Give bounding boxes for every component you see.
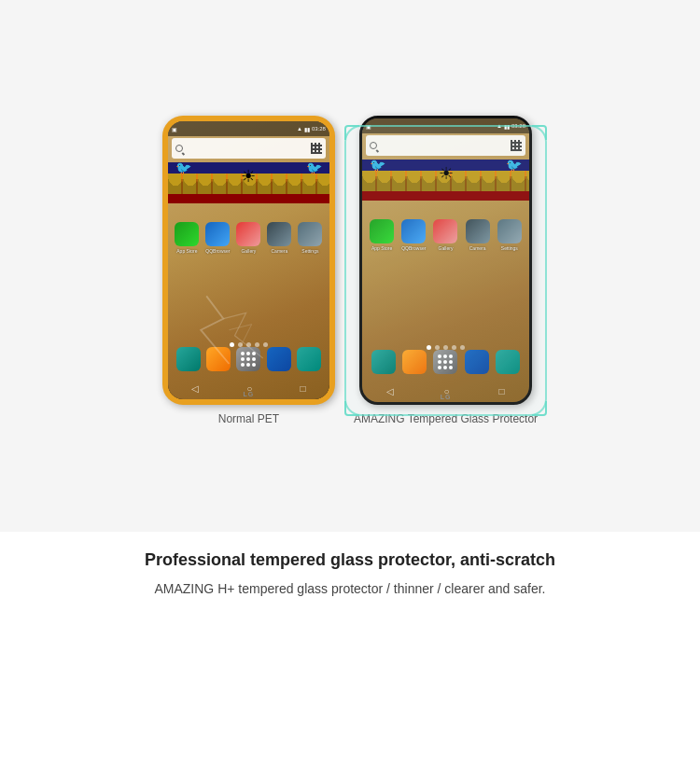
comparison-section: ▣ ▲ ▮▮ 03:28	[0, 0, 700, 532]
battery-icon-t: ▮▮	[504, 123, 510, 130]
appstore-label-t: App Store	[371, 245, 392, 251]
dock-contact	[203, 347, 233, 373]
qqbrowser-label-t: QQBrowser	[401, 245, 426, 251]
camera-icon	[267, 222, 291, 246]
app-settings: Settings	[295, 222, 325, 254]
search-bar-tempered	[366, 135, 525, 156]
message-dock-icon	[297, 347, 321, 371]
search-icon-t	[370, 142, 377, 149]
bird-right: 🐦	[306, 160, 322, 175]
nav-bar-tempered: ◁ ○ □	[362, 386, 529, 396]
phone-device-tempered: ▣ ▲ ▮▮ 03:28	[354, 116, 538, 425]
dock-phone-t	[369, 350, 399, 376]
nav-home-icon-t: ○	[443, 386, 449, 396]
nav-recent-icon: □	[300, 383, 305, 394]
globe-dock-icon	[267, 347, 291, 371]
app-appstore: App Store	[172, 222, 202, 254]
phone-dock-icon-t	[371, 350, 396, 374]
dock-globe-t	[462, 350, 492, 376]
appstore-icon	[175, 222, 199, 246]
app-settings-t: Settings	[495, 219, 525, 251]
status-bar-normal: ▣ ▲ ▮▮ 03:28	[168, 121, 329, 136]
dock-contact-t	[399, 350, 429, 376]
settings-icon	[298, 222, 322, 246]
phone-inner-normal: ▣ ▲ ▮▮ 03:28	[168, 121, 329, 399]
page-container: ▣ ▲ ▮▮ 03:28	[0, 0, 700, 778]
gallery-icon	[236, 222, 260, 246]
phone-body-tempered: ▣ ▲ ▮▮ 03:28	[359, 116, 532, 405]
gallery-icon-t	[433, 219, 457, 243]
app-row-normal: App Store QQBrowser Gallery	[172, 222, 326, 254]
nav-home-icon: ○	[246, 383, 252, 394]
nav-back-icon: ◁	[191, 383, 199, 394]
banner-bottom-t	[362, 191, 529, 201]
phone-dock-icon	[176, 347, 201, 371]
app-gallery-t: Gallery	[430, 219, 460, 251]
bird-left: 🐦	[175, 160, 191, 175]
apps-dock-icon-t	[433, 350, 457, 374]
camera-icon-t	[466, 219, 490, 243]
dot-grid	[241, 352, 256, 367]
app-grid-normal: App Store QQBrowser Gallery	[168, 222, 329, 257]
settings-icon-t	[497, 219, 522, 243]
banner-bottom	[168, 194, 329, 203]
gallery-label: Gallery	[241, 248, 256, 254]
nav-back-icon-t: ◁	[386, 386, 394, 396]
app-grid-tempered: App Store QQBrowser Gallery	[362, 219, 529, 255]
phone-wrapper: ▣ ▲ ▮▮ 03:28	[162, 116, 538, 425]
bird-left-t: 🐦	[370, 158, 385, 173]
glass-corner-tr	[532, 125, 547, 140]
dock-globe	[264, 347, 294, 373]
status-left-t: ▣	[366, 123, 371, 130]
qr-icon	[311, 143, 322, 154]
app-qqbrowser-t: QQBrowser	[399, 219, 428, 251]
apps-dock-icon	[236, 347, 260, 371]
status-right-t: ▲ ▮▮ 03:28	[497, 123, 525, 130]
message-dock-icon-t	[496, 350, 520, 374]
battery-icon: ▮▮	[304, 126, 310, 132]
app-appstore-t: App Store	[367, 219, 397, 251]
bottom-dock-tempered	[362, 350, 529, 376]
dot-grid-t	[438, 354, 453, 369]
search-bar-normal	[172, 138, 326, 159]
dock-phone	[174, 347, 203, 373]
qqbrowser-label: QQBrowser	[205, 248, 230, 254]
app-camera-t: Camera	[463, 219, 493, 251]
status-left: ▣	[172, 126, 177, 132]
main-headline: Professional tempered glass protector, a…	[37, 550, 663, 570]
camera-label-t: Camera	[469, 245, 486, 251]
app-gallery: Gallery	[233, 222, 263, 254]
app-camera: Camera	[264, 222, 294, 254]
bottom-dock-normal	[168, 347, 329, 373]
wifi-icon-t: ▲	[497, 123, 502, 129]
nav-recent-icon-t: □	[498, 386, 504, 396]
qqbrowser-icon-t	[401, 219, 426, 243]
dock-apps-t	[430, 350, 460, 376]
settings-label: Settings	[301, 248, 318, 254]
sun-char: ☀	[241, 166, 256, 187]
contact-dock-icon-t	[402, 350, 427, 374]
dock-apps	[233, 347, 263, 373]
sun-char-t: ☀	[439, 163, 454, 184]
phone-screen-tempered: ▣ ▲ ▮▮ 03:28	[362, 118, 529, 402]
label-normal-pet: Normal PET	[218, 412, 279, 425]
bird-right-t: 🐦	[506, 158, 522, 173]
contact-dock-icon	[206, 347, 231, 371]
camera-label: Camera	[272, 248, 288, 254]
app-row-tempered: App Store QQBrowser Gallery	[366, 219, 525, 251]
gallery-label-t: Gallery	[439, 245, 454, 251]
dock-message-t	[493, 350, 523, 376]
label-tempered-glass: AMAZING Tempered Glass Protector	[354, 412, 538, 425]
wifi-icon: ▲	[297, 126, 302, 132]
appstore-label: App Store	[176, 248, 197, 254]
globe-dock-icon-t	[465, 350, 489, 374]
glass-corner-tl	[344, 125, 359, 140]
sub-text: AMAZING H+ tempered glass protector / th…	[37, 579, 663, 599]
time-display-t: 03:28	[511, 123, 525, 129]
qqbrowser-icon	[205, 222, 230, 246]
dock-message	[294, 347, 324, 373]
status-right: ▲ ▮▮ 03:28	[297, 126, 326, 132]
phone-body-normal: ▣ ▲ ▮▮ 03:28	[162, 116, 335, 405]
status-bar-tempered: ▣ ▲ ▮▮ 03:28	[362, 118, 529, 133]
app-qqbrowser: QQBrowser	[203, 222, 232, 254]
